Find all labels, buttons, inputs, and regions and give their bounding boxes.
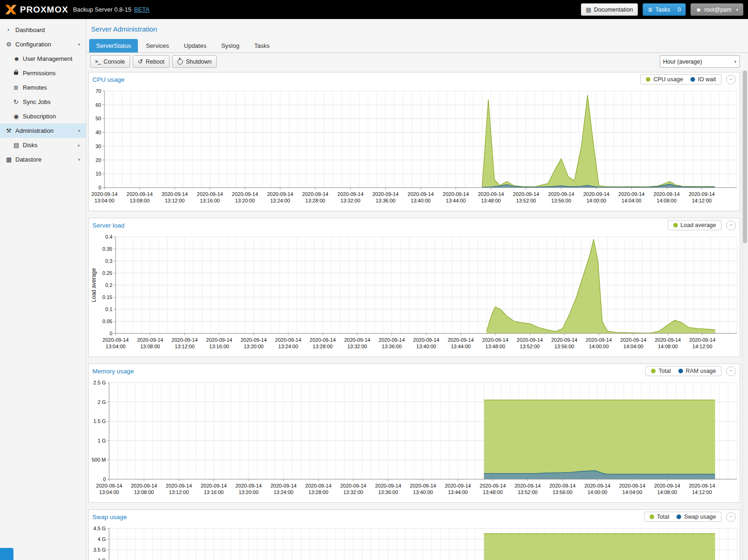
svg-text:2020-09-14: 2020-09-14 [408, 191, 434, 197]
terminal-icon: >_ [95, 59, 101, 64]
tab-tasks[interactable]: Tasks [247, 39, 276, 52]
swap-usage-panel-header: Swap usage Total Swap usage − [89, 510, 740, 524]
green-dot-icon [646, 77, 650, 82]
svg-text:13:48:00: 13:48:00 [481, 198, 501, 203]
svg-text:13:36:00: 13:36:00 [376, 198, 396, 203]
collapse-panel-button[interactable]: − [726, 75, 736, 85]
sidebar-nav: ◔ Dashboard ⚙ Configuration ▾ ☻ User Man… [0, 19, 86, 560]
chevron-down-icon[interactable]: ▾ [78, 157, 80, 162]
svg-text:13:32:00: 13:32:00 [340, 198, 360, 203]
user-icon: ☻ [696, 7, 702, 13]
svg-text:2020-09-14: 2020-09-14 [584, 483, 610, 488]
sidebar-item-user-management[interactable]: ☻ User Management [0, 52, 86, 66]
power-icon [177, 59, 183, 65]
user-menu-button[interactable]: ☻ root@pam ▾ [690, 3, 743, 16]
reboot-button[interactable]: ↺ Reboot [133, 55, 169, 68]
brand-wordmark: PROXMOX [20, 5, 68, 15]
legend-item-io-wait[interactable]: IO wait [690, 76, 716, 83]
svg-text:2020-09-14: 2020-09-14 [235, 483, 261, 488]
svg-text:13:04:00: 13:04:00 [95, 198, 115, 203]
sidebar-item-sync-jobs[interactable]: ↻ Sync Jobs [0, 95, 86, 109]
svg-text:30: 30 [96, 143, 101, 149]
svg-text:2020-09-14: 2020-09-14 [131, 483, 157, 488]
page-title: Server Administration [86, 19, 748, 39]
legend-item-ram-usage[interactable]: RAM usage [678, 368, 716, 374]
svg-text:14:12:00: 14:12:00 [692, 198, 712, 203]
sidebar-item-administration[interactable]: ⚒ Administration ▾ [0, 124, 86, 138]
svg-text:13:56:00: 13:56:00 [551, 198, 571, 203]
sidebar-item-configuration[interactable]: ⚙ Configuration ▾ [0, 37, 86, 52]
svg-text:2020-09-14: 2020-09-14 [689, 337, 715, 343]
sidebar-item-disks[interactable]: ▤ Disks ▸ [0, 138, 86, 152]
svg-text:0.35: 0.35 [103, 246, 112, 252]
svg-text:2020-09-14: 2020-09-14 [232, 191, 258, 197]
svg-text:2020-09-14: 2020-09-14 [586, 337, 612, 343]
legend-item-total[interactable]: Total [651, 368, 670, 374]
svg-text:4 G: 4 G [98, 536, 106, 542]
chevron-down-icon[interactable]: ▾ [78, 42, 80, 47]
sidebar-item-label: Disks [23, 142, 38, 149]
beta-link[interactable]: BETA [134, 6, 150, 13]
cpu-usage-panel: CPU usage CPU usage IO wait − [88, 72, 740, 211]
task-list-icon: ≣ [648, 7, 652, 13]
svg-text:70: 70 [96, 88, 101, 94]
cpu-usage-legend: CPU usage IO wait [640, 74, 722, 85]
sidebar-item-subscription[interactable]: ◉ Subscription [0, 109, 86, 124]
topbar-actions: ▤ Documentation ≣ Tasks 0 ☻ root@pam ▾ [581, 3, 743, 16]
chevron-right-icon[interactable]: ▸ [78, 143, 80, 148]
svg-text:13:44:00: 13:44:00 [451, 344, 471, 349]
svg-text:13:56:00: 13:56:00 [553, 489, 572, 495]
console-button[interactable]: >_ Console [90, 55, 130, 68]
reboot-icon: ↺ [138, 58, 143, 65]
tasks-button[interactable]: ≣ Tasks 0 [643, 3, 686, 16]
svg-text:2020-09-14: 2020-09-14 [344, 337, 370, 343]
vertical-scrollbar[interactable] [742, 70, 748, 560]
user-label: root@pam [704, 7, 732, 13]
svg-text:2020-09-14: 2020-09-14 [689, 191, 715, 197]
svg-text:13:36:00: 13:36:00 [378, 489, 398, 495]
tab-syslog[interactable]: Syslog [214, 39, 246, 52]
svg-text:2020-09-14: 2020-09-14 [270, 483, 296, 488]
panel-title: Swap usage [92, 514, 127, 521]
legend-item-cpu-usage[interactable]: CPU usage [646, 76, 683, 83]
time-range-select[interactable]: Hour (average) ▾ [660, 55, 740, 68]
book-icon: ▤ [586, 7, 591, 13]
panel-title: CPU usage [92, 76, 124, 83]
charts-scroll-area[interactable]: CPU usage CPU usage IO wait − [86, 70, 748, 560]
svg-text:Load average: Load average [91, 268, 97, 302]
documentation-button[interactable]: ▤ Documentation [581, 3, 638, 16]
chevron-down-icon[interactable]: ▾ [78, 128, 80, 133]
svg-text:2020-09-14: 2020-09-14 [166, 483, 192, 488]
collapse-panel-button[interactable]: − [726, 366, 736, 376]
svg-text:13:52:00: 13:52:00 [520, 344, 540, 349]
svg-text:1 G: 1 G [98, 438, 106, 443]
sidebar-item-dashboard[interactable]: ◔ Dashboard [0, 23, 86, 37]
sidebar-item-remotes[interactable]: ≣ Remotes [0, 80, 86, 95]
svg-text:2020-09-14: 2020-09-14 [162, 191, 188, 197]
svg-text:14:08:00: 14:08:00 [657, 489, 677, 495]
svg-text:2 G: 2 G [98, 399, 106, 405]
time-range-value: Hour (average) [663, 59, 702, 65]
user-icon: ☻ [13, 55, 23, 62]
tasks-count-badge: 0 [677, 7, 681, 13]
svg-text:14:12:00: 14:12:00 [692, 489, 712, 495]
collapse-panel-button[interactable]: − [726, 221, 736, 230]
legend-item-swap-usage[interactable]: Swap usage [676, 514, 716, 520]
scrollbar-thumb[interactable] [743, 71, 747, 243]
svg-text:13:16:00: 13:16:00 [209, 344, 229, 349]
tab-services[interactable]: Services [139, 39, 176, 52]
svg-text:13:44:00: 13:44:00 [446, 198, 466, 203]
svg-text:0: 0 [98, 185, 101, 190]
shutdown-button[interactable]: Shutdown [172, 55, 217, 68]
collapse-panel-button[interactable]: − [726, 512, 736, 522]
svg-text:20: 20 [96, 157, 101, 163]
sidebar-item-datastore[interactable]: ▦ Datastore ▾ [0, 152, 86, 167]
sidebar-item-permissions[interactable]: Permissions [0, 66, 86, 80]
svg-text:13:32:00: 13:32:00 [343, 489, 363, 495]
tab-serverstatus[interactable]: ServerStatus [89, 39, 138, 52]
subscription-icon: ◉ [13, 113, 23, 120]
legend-item-total[interactable]: Total [650, 514, 669, 520]
tab-updates[interactable]: Updates [177, 39, 213, 52]
legend-item-load-average[interactable]: Load average [673, 222, 716, 228]
bottom-left-blue-button[interactable] [0, 548, 13, 560]
